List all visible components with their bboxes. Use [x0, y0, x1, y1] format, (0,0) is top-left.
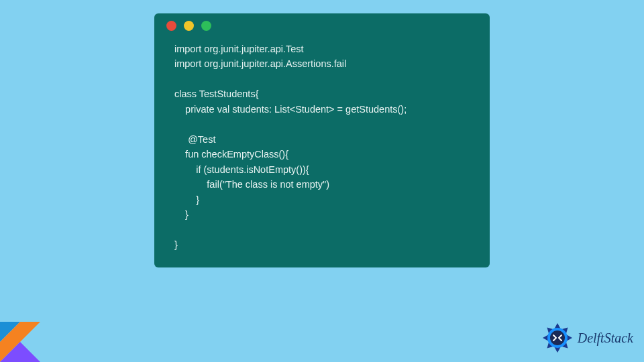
kotlin-logo-icon: [0, 322, 40, 362]
minimize-icon[interactable]: [184, 21, 194, 31]
svg-point-13: [550, 330, 565, 345]
delftstack-label: DelftStack: [578, 330, 633, 346]
maximize-icon[interactable]: [201, 21, 211, 31]
delftstack-branding: DelftStack: [541, 322, 633, 354]
delftstack-badge-icon: [541, 322, 574, 354]
window-titlebar: [154, 13, 490, 38]
code-block: import org.junit.jupiter.api.Test import…: [154, 38, 490, 259]
close-icon[interactable]: [166, 21, 176, 31]
code-window: import org.junit.jupiter.api.Test import…: [154, 13, 490, 267]
